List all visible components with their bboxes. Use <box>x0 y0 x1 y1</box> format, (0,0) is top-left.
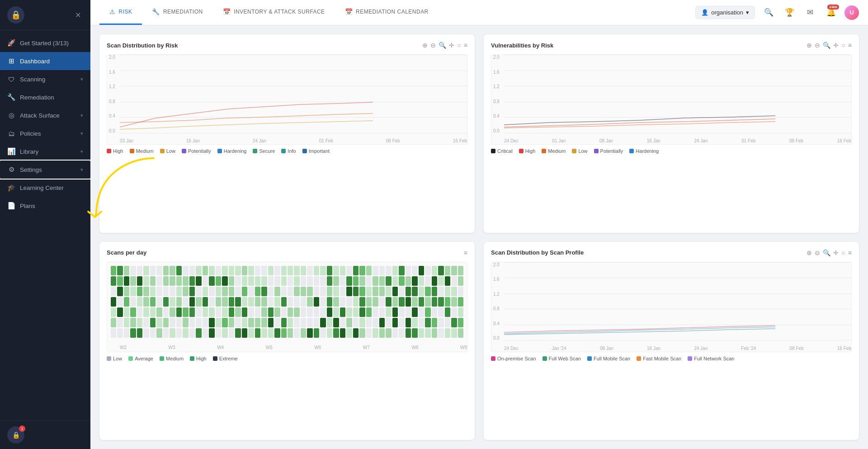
heatmap-cell <box>379 276 385 286</box>
tab-risk[interactable]: ⚠ RISK <box>99 0 142 25</box>
heatmap-cell <box>170 328 175 338</box>
tab-label: REMEDIATION CALENDAR <box>356 9 429 15</box>
zoom-in-icon[interactable]: ⊕ <box>807 249 812 256</box>
heatmap-cell <box>196 297 201 307</box>
heatmap-cell <box>248 276 254 286</box>
org-selector[interactable]: 👤 organisation ▾ <box>695 6 755 19</box>
sidebar-item-dashboard[interactable]: ⊞ Dashboard <box>0 52 90 70</box>
heatmap-cell <box>314 287 319 296</box>
sidebar-item-policies[interactable]: 🗂 Policies ▾ <box>0 124 90 142</box>
menu-icon[interactable]: ≡ <box>848 42 852 49</box>
move-icon[interactable]: ✛ <box>833 42 839 49</box>
heatmap-cell <box>255 287 260 296</box>
sidebar-item-library[interactable]: 📊 Library ▾ <box>0 142 90 161</box>
heatmap-cell <box>143 276 149 286</box>
heatmap-cell <box>419 266 424 275</box>
scan-profile-chart: 2.0 1.6 1.2 0.8 0.4 0.0 24 Dec Jan '24 0… <box>491 262 852 352</box>
legend-label: Low <box>113 356 122 361</box>
zoom-in-icon[interactable]: ⊕ <box>422 42 428 49</box>
heatmap-cell <box>406 307 411 317</box>
zoom-out-icon[interactable]: ⊖ <box>815 42 820 49</box>
inventory-tab-icon: 📅 <box>223 8 231 15</box>
x-axis: 24 Dec 01 Jan 08 Jan 16 Jan 24 Jan 01 Fe… <box>504 138 851 143</box>
heatmap-cell <box>242 276 247 286</box>
sidebar-close-button[interactable]: ✕ <box>72 9 83 20</box>
heatmap-cell <box>203 328 208 338</box>
heatmap-cell <box>373 318 378 327</box>
heatmap-cell <box>268 307 274 317</box>
legend-color <box>542 149 546 153</box>
heatmap-cell <box>288 318 293 327</box>
heatmap-cell <box>412 328 417 338</box>
heatmap-cell <box>294 307 299 317</box>
heatmap-cell <box>353 287 359 296</box>
heatmap-cell <box>445 276 450 286</box>
chart-controls: ⊕ ⊖ 🔍 ✛ ○ ≡ <box>807 249 852 256</box>
heatmap-cell <box>320 328 326 338</box>
tab-remediation-calendar[interactable]: 📅 REMEDIATION CALENDAR <box>335 0 439 25</box>
sidebar-item-attack-surface[interactable]: ◎ Attack Surface ▾ <box>0 106 90 124</box>
zoom-icon[interactable]: 🔍 <box>823 249 830 256</box>
heatmap-cell <box>432 297 437 307</box>
heatmap-cell <box>294 287 299 296</box>
zoom-out-icon[interactable]: ⊖ <box>430 42 436 49</box>
heatmap-cell <box>392 276 398 286</box>
heatmap-cell <box>216 328 221 338</box>
sidebar-item-learning-center[interactable]: 🎓 Learning Center <box>0 179 90 197</box>
search-button[interactable]: 🔍 <box>761 5 776 20</box>
heatmap-cell <box>386 287 391 296</box>
menu-icon[interactable]: ≡ <box>464 249 467 256</box>
heatmap-cell <box>366 276 372 286</box>
heatmap-cell <box>163 307 169 317</box>
zoom-out-icon[interactable]: ⊖ <box>815 249 820 256</box>
y-axis: 2.0 1.6 1.2 0.8 0.4 0.0 <box>109 55 115 133</box>
zoom-in-icon[interactable]: ⊕ <box>807 42 812 49</box>
sidebar-item-label: Learning Center <box>20 184 64 191</box>
reset-icon[interactable]: ○ <box>841 249 845 256</box>
sidebar-item-remediation[interactable]: 🔧 Remediation <box>0 88 90 106</box>
heatmap-cell <box>412 276 417 286</box>
heatmap-cell <box>189 328 195 338</box>
policies-icon: 🗂 <box>7 129 15 137</box>
menu-icon[interactable]: ≡ <box>464 42 467 49</box>
tab-remediation[interactable]: 🔧 REMEDIATION <box>142 0 212 25</box>
move-icon[interactable]: ✛ <box>833 249 839 256</box>
heatmap-cell <box>307 328 312 338</box>
legend-label: Info <box>288 148 296 154</box>
heatmap-cell <box>346 287 352 296</box>
heatmap-cell <box>216 318 221 327</box>
heatmap-cell <box>203 307 208 317</box>
notification-button[interactable]: 🔔 2466 <box>824 5 838 20</box>
heatmap-cell <box>307 276 312 286</box>
sidebar-item-plans[interactable]: 📄 Plans <box>0 197 90 215</box>
sidebar-item-settings[interactable]: ⚙ Settings ▾ <box>0 161 90 179</box>
legend-hardening: Hardening <box>629 148 659 154</box>
heatmap-cell <box>170 287 175 296</box>
heatmap-cell <box>137 307 142 317</box>
heatmap-cell <box>150 266 156 275</box>
heatmap-cell <box>281 287 287 296</box>
zoom-icon[interactable]: 🔍 <box>439 42 446 49</box>
sidebar-item-scanning[interactable]: 🛡 Scanning ▾ <box>0 70 90 88</box>
sidebar-item-label: Remediation <box>20 94 54 101</box>
sidebar-bottom-logo[interactable]: 🔒 1 <box>7 426 24 444</box>
trophy-button[interactable]: 🏆 <box>782 5 797 20</box>
reset-icon[interactable]: ○ <box>841 42 845 49</box>
heatmap-cell <box>425 287 430 296</box>
heatmap-cell <box>209 328 214 338</box>
message-button[interactable]: ✉ <box>803 5 817 20</box>
reset-icon[interactable]: ○ <box>457 42 461 49</box>
heatmap-cell <box>203 318 208 327</box>
heatmap-cell <box>248 266 254 275</box>
heatmap-cell <box>386 307 391 317</box>
heatmap-cell <box>327 287 332 296</box>
heatmap-cell <box>346 266 352 275</box>
heatmap-cell <box>183 297 188 307</box>
sidebar-item-get-started[interactable]: 🚀 Get Started (3/13) <box>0 34 90 52</box>
tab-inventory[interactable]: 📅 INVENTORY & ATTACK SURFACE <box>213 0 335 25</box>
menu-icon[interactable]: ≡ <box>848 249 852 256</box>
zoom-icon[interactable]: 🔍 <box>823 42 830 49</box>
move-icon[interactable]: ✛ <box>449 42 454 49</box>
heatmap-grid <box>111 266 463 338</box>
avatar[interactable]: U <box>844 5 859 20</box>
